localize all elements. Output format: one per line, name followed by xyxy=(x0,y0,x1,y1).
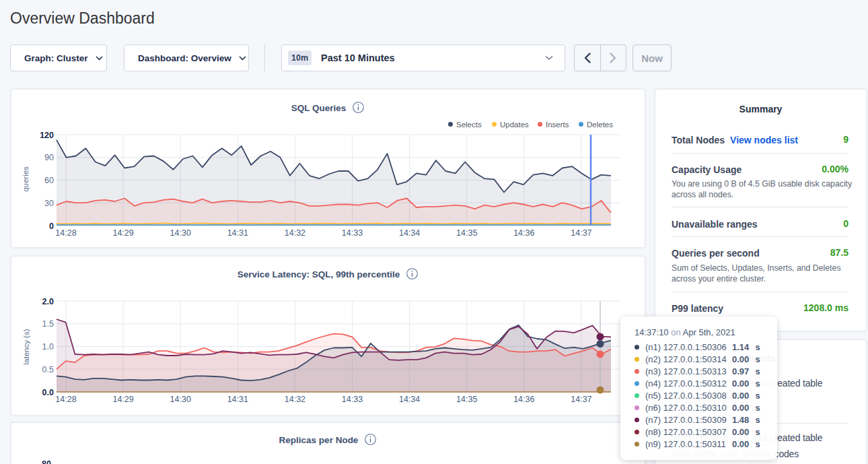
svg-text:90: 90 xyxy=(44,153,54,162)
svg-text:14:36: 14:36 xyxy=(513,395,534,404)
svg-text:0.5: 0.5 xyxy=(42,365,54,374)
svg-text:14:35: 14:35 xyxy=(456,228,477,238)
svg-text:14:32: 14:32 xyxy=(285,228,305,238)
svg-text:14:33: 14:33 xyxy=(342,395,363,404)
svg-text:1.0: 1.0 xyxy=(42,342,54,352)
svg-text:14:36: 14:36 xyxy=(513,228,534,238)
svg-text:14:34: 14:34 xyxy=(399,395,420,404)
svg-text:14:34: 14:34 xyxy=(399,228,420,238)
svg-text:30: 30 xyxy=(44,199,54,208)
svg-text:14:37: 14:37 xyxy=(571,395,591,404)
svg-text:2.0: 2.0 xyxy=(42,297,54,306)
svg-text:1.5: 1.5 xyxy=(42,319,54,329)
svg-text:0.0: 0.0 xyxy=(42,388,54,397)
svg-text:14:35: 14:35 xyxy=(456,395,477,404)
svg-text:14:28: 14:28 xyxy=(55,395,76,404)
svg-text:14:32: 14:32 xyxy=(285,395,305,404)
svg-text:120: 120 xyxy=(40,131,54,140)
svg-text:0: 0 xyxy=(49,222,54,231)
svg-text:14:28: 14:28 xyxy=(55,228,76,238)
svg-text:60: 60 xyxy=(44,176,54,185)
svg-text:latency (s): latency (s) xyxy=(22,329,30,364)
svg-text:14:29: 14:29 xyxy=(112,395,133,404)
svg-text:14:31: 14:31 xyxy=(227,228,248,238)
svg-text:14:37: 14:37 xyxy=(571,228,591,238)
svg-text:14:31: 14:31 xyxy=(227,395,248,404)
svg-text:14:30: 14:30 xyxy=(170,395,191,404)
svg-text:14:29: 14:29 xyxy=(112,228,133,238)
svg-text:queries: queries xyxy=(22,166,30,192)
svg-text:14:33: 14:33 xyxy=(342,228,363,238)
svg-text:14:30: 14:30 xyxy=(170,228,191,238)
